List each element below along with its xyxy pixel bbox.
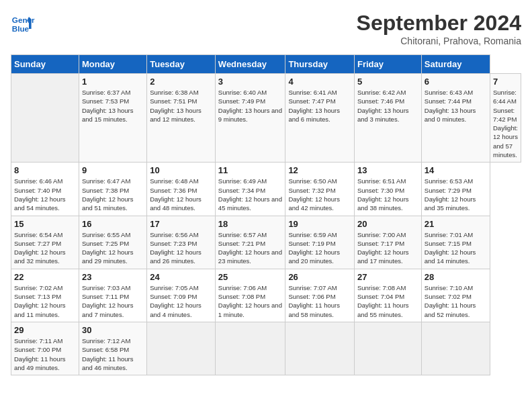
calendar-cell <box>215 322 285 375</box>
calendar-cell: 28Sunrise: 7:10 AMSunset: 7:02 PMDayligh… <box>421 269 490 322</box>
day-header-wednesday: Wednesday <box>215 55 285 74</box>
day-detail: Sunrise: 7:05 AMSunset: 7:09 PMDaylight:… <box>150 283 212 319</box>
day-detail: Sunrise: 7:06 AMSunset: 7:08 PMDaylight:… <box>218 283 283 319</box>
day-detail: Sunrise: 7:12 AMSunset: 6:58 PMDaylight:… <box>82 336 144 372</box>
calendar-cell: 18Sunrise: 6:57 AMSunset: 7:21 PMDayligh… <box>215 216 285 269</box>
day-detail: Sunrise: 6:57 AMSunset: 7:21 PMDaylight:… <box>218 230 283 266</box>
calendar-cell: 7Sunrise: 6:44 AMSunset: 7:42 PMDaylight… <box>490 74 521 163</box>
calendar-cell: 16Sunrise: 6:55 AMSunset: 7:25 PMDayligh… <box>79 216 146 269</box>
day-number: 30 <box>82 325 144 335</box>
day-detail: Sunrise: 6:38 AMSunset: 7:51 PMDaylight:… <box>150 88 212 124</box>
day-number: 23 <box>82 272 144 282</box>
calendar-cell: 20Sunrise: 7:00 AMSunset: 7:17 PMDayligh… <box>354 216 421 269</box>
calendar-cell: 29Sunrise: 7:11 AMSunset: 7:00 PMDayligh… <box>11 322 79 375</box>
day-number: 13 <box>357 165 418 175</box>
day-detail: Sunrise: 7:01 AMSunset: 7:15 PMDaylight:… <box>425 230 487 266</box>
day-header-friday: Friday <box>354 55 421 74</box>
day-number: 2 <box>150 77 212 87</box>
day-header-monday: Monday <box>79 55 146 74</box>
day-number: 25 <box>218 272 283 282</box>
calendar-table: SundayMondayTuesdayWednesdayThursdayFrid… <box>11 54 521 375</box>
day-number: 15 <box>14 219 76 229</box>
day-detail: Sunrise: 6:47 AMSunset: 7:38 PMDaylight:… <box>82 177 144 212</box>
calendar-cell: 10Sunrise: 6:48 AMSunset: 7:36 PMDayligh… <box>147 163 216 216</box>
day-detail: Sunrise: 7:00 AMSunset: 7:17 PMDaylight:… <box>357 230 418 266</box>
day-detail: Sunrise: 6:40 AMSunset: 7:49 PMDaylight:… <box>218 88 283 124</box>
calendar-cell <box>147 322 216 375</box>
day-detail: Sunrise: 6:44 AMSunset: 7:42 PMDaylight:… <box>493 88 518 159</box>
calendar-cell: 27Sunrise: 7:08 AMSunset: 7:04 PMDayligh… <box>354 269 421 322</box>
day-detail: Sunrise: 6:54 AMSunset: 7:27 PMDaylight:… <box>14 230 76 266</box>
day-number: 19 <box>288 219 351 229</box>
day-number: 21 <box>425 219 487 229</box>
day-number: 22 <box>14 272 76 282</box>
day-number: 1 <box>82 77 144 87</box>
calendar-cell: 1Sunrise: 6:37 AMSunset: 7:53 PMDaylight… <box>79 74 146 163</box>
day-number: 8 <box>14 165 76 175</box>
day-detail: Sunrise: 6:41 AMSunset: 7:47 PMDaylight:… <box>288 88 351 124</box>
day-number: 18 <box>218 219 283 229</box>
day-detail: Sunrise: 7:10 AMSunset: 7:02 PMDaylight:… <box>425 283 487 319</box>
day-number: 26 <box>288 272 351 282</box>
calendar-cell <box>354 322 421 375</box>
day-number: 17 <box>150 219 212 229</box>
day-detail: Sunrise: 7:08 AMSunset: 7:04 PMDaylight:… <box>357 283 418 319</box>
calendar-cell: 17Sunrise: 6:56 AMSunset: 7:23 PMDayligh… <box>147 216 216 269</box>
day-number: 12 <box>288 165 351 175</box>
day-header-sunday: Sunday <box>11 55 79 74</box>
day-header-saturday: Saturday <box>421 55 490 74</box>
day-number: 14 <box>425 165 487 175</box>
day-detail: Sunrise: 6:50 AMSunset: 7:32 PMDaylight:… <box>288 177 351 212</box>
day-number: 5 <box>357 77 418 87</box>
day-number: 7 <box>493 77 518 87</box>
day-detail: Sunrise: 6:59 AMSunset: 7:19 PMDaylight:… <box>288 230 351 266</box>
day-detail: Sunrise: 6:49 AMSunset: 7:34 PMDaylight:… <box>218 177 283 212</box>
calendar-cell: 11Sunrise: 6:49 AMSunset: 7:34 PMDayligh… <box>215 163 285 216</box>
day-number: 3 <box>218 77 283 87</box>
calendar-cell: 15Sunrise: 6:54 AMSunset: 7:27 PMDayligh… <box>11 216 79 269</box>
day-detail: Sunrise: 7:07 AMSunset: 7:06 PMDaylight:… <box>288 283 351 319</box>
day-detail: Sunrise: 6:37 AMSunset: 7:53 PMDaylight:… <box>82 88 144 124</box>
day-number: 10 <box>150 165 212 175</box>
page-header: General Blue September 2024 Chitorani, P… <box>11 11 521 46</box>
calendar-cell: 21Sunrise: 7:01 AMSunset: 7:15 PMDayligh… <box>421 216 490 269</box>
svg-text:Blue: Blue <box>12 24 30 33</box>
day-number: 24 <box>150 272 212 282</box>
calendar-cell: 30Sunrise: 7:12 AMSunset: 6:58 PMDayligh… <box>79 322 146 375</box>
day-detail: Sunrise: 7:11 AMSunset: 7:00 PMDaylight:… <box>14 336 76 372</box>
calendar-cell <box>285 322 355 375</box>
calendar-cell: 22Sunrise: 7:02 AMSunset: 7:13 PMDayligh… <box>11 269 79 322</box>
location-subtitle: Chitorani, Prahova, Romania <box>357 36 521 46</box>
calendar-cell: 23Sunrise: 7:03 AMSunset: 7:11 PMDayligh… <box>79 269 146 322</box>
calendar-cell: 13Sunrise: 6:51 AMSunset: 7:30 PMDayligh… <box>354 163 421 216</box>
calendar-cell: 9Sunrise: 6:47 AMSunset: 7:38 PMDaylight… <box>79 163 146 216</box>
day-number: 4 <box>288 77 351 87</box>
calendar-cell: 6Sunrise: 6:43 AMSunset: 7:44 PMDaylight… <box>421 74 490 163</box>
day-number: 16 <box>82 219 144 229</box>
calendar-cell: 5Sunrise: 6:42 AMSunset: 7:46 PMDaylight… <box>354 74 421 163</box>
day-number: 6 <box>425 77 487 87</box>
calendar-cell: 24Sunrise: 7:05 AMSunset: 7:09 PMDayligh… <box>147 269 216 322</box>
calendar-cell: 2Sunrise: 6:38 AMSunset: 7:51 PMDaylight… <box>147 74 216 163</box>
day-number: 11 <box>218 165 283 175</box>
day-detail: Sunrise: 6:46 AMSunset: 7:40 PMDaylight:… <box>14 177 76 212</box>
day-number: 27 <box>357 272 418 282</box>
day-detail: Sunrise: 6:48 AMSunset: 7:36 PMDaylight:… <box>150 177 212 212</box>
calendar-cell: 4Sunrise: 6:41 AMSunset: 7:47 PMDaylight… <box>285 74 355 163</box>
day-detail: Sunrise: 6:42 AMSunset: 7:46 PMDaylight:… <box>357 88 418 124</box>
day-detail: Sunrise: 7:03 AMSunset: 7:11 PMDaylight:… <box>82 283 144 319</box>
day-detail: Sunrise: 6:55 AMSunset: 7:25 PMDaylight:… <box>82 230 144 266</box>
day-number: 20 <box>357 219 418 229</box>
calendar-cell: 8Sunrise: 6:46 AMSunset: 7:40 PMDaylight… <box>11 163 79 216</box>
day-number: 9 <box>82 165 144 175</box>
calendar-cell: 25Sunrise: 7:06 AMSunset: 7:08 PMDayligh… <box>215 269 285 322</box>
day-number: 29 <box>14 325 76 335</box>
day-detail: Sunrise: 6:51 AMSunset: 7:30 PMDaylight:… <box>357 177 418 212</box>
svg-text:General: General <box>12 15 35 24</box>
title-block: September 2024 Chitorani, Prahova, Roman… <box>357 11 521 46</box>
day-detail: Sunrise: 6:43 AMSunset: 7:44 PMDaylight:… <box>425 88 487 124</box>
month-title: September 2024 <box>357 11 521 36</box>
day-header-thursday: Thursday <box>285 55 355 74</box>
day-header-tuesday: Tuesday <box>147 55 216 74</box>
logo-icon: General Blue <box>11 11 35 35</box>
